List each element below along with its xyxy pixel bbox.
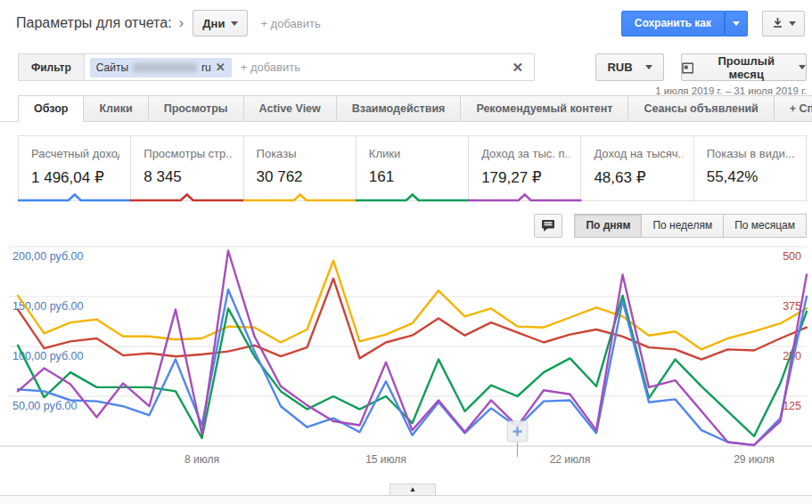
- date-range-label: Прошлый месяц: [701, 54, 791, 81]
- dimension-dropdown-label: Дни: [202, 17, 225, 30]
- currency-label: RUB: [607, 61, 632, 74]
- chevron-down-icon: [799, 65, 806, 69]
- metric-card-value: 1 496,04 ₽: [31, 168, 119, 187]
- currency-dropdown[interactable]: RUB: [595, 53, 664, 81]
- bottom-divider: [0, 495, 812, 504]
- x-axis-label: 8 июля: [185, 453, 219, 466]
- date-range-dropdown[interactable]: Прошлый месяц: [681, 53, 807, 81]
- selected-metric-underline: [468, 193, 581, 202]
- selected-metric-underline: [18, 193, 131, 202]
- filter-bar[interactable]: Фильтр Сайты ru ✕ + добавить ✕: [18, 53, 535, 81]
- dimension-dropdown[interactable]: Дни: [193, 10, 248, 37]
- report-header: Параметры для отчета: › Дни + добавить С…: [0, 0, 812, 46]
- tab-recommended-content[interactable]: Рекомендуемый контент: [460, 95, 628, 122]
- granularity-by-weeks[interactable]: По неделям: [641, 214, 724, 238]
- metric-card-value: 179,27 ₽: [481, 168, 570, 187]
- metric-card-label: Показы в види...: [707, 147, 795, 160]
- metric-card-estimated-revenue[interactable]: Расчетный доход1 496,04 ₽: [19, 136, 131, 200]
- save-as-split-button: Сохранить как: [621, 11, 748, 37]
- y-axis-right-label: 375: [783, 300, 801, 313]
- tab-views[interactable]: Просмотры: [148, 95, 244, 122]
- filter-chip-prefix: Сайты: [96, 61, 128, 74]
- metric-cards: Расчетный доход1 496,04 ₽Просмотры стр..…: [18, 135, 807, 201]
- tab-bar: ОбзорКликиПросмотрыActive ViewВзаимодейс…: [18, 95, 812, 122]
- x-axis-label: 29 июля: [734, 453, 775, 466]
- chevron-right-icon: ›: [179, 14, 185, 32]
- chevron-down-icon: [645, 65, 652, 69]
- y-axis-right-label: 500: [783, 250, 801, 263]
- tab-interactions[interactable]: Взаимодействия: [336, 95, 462, 122]
- metric-card-label: Показы: [257, 147, 345, 160]
- metric-card-label: Доход за тыс. п...: [481, 147, 570, 160]
- series-line: [18, 296, 807, 438]
- metric-card-label: Расчетный доход: [31, 147, 119, 160]
- metric-card-value: 48,63 ₽: [594, 168, 682, 187]
- chart-controls: По днямПо неделямПо месяцам: [534, 214, 807, 238]
- collapse-arrow-icon: ▲: [409, 485, 416, 493]
- download-icon: [772, 17, 783, 29]
- metric-card-value: 161: [369, 168, 457, 186]
- metric-card-value: 30 762: [257, 168, 345, 186]
- remove-chip-icon[interactable]: ✕: [216, 61, 226, 74]
- granularity-segmented-control: По днямПо неделямПо месяцам: [575, 214, 807, 238]
- chart-svg: 200,00 руб.00500150,00 руб.00375100,00 р…: [0, 240, 812, 472]
- chevron-down-icon: [231, 21, 238, 26]
- redacted-site-name: [133, 63, 197, 72]
- chevron-down-icon: [733, 21, 740, 26]
- annotations-button[interactable]: [534, 214, 562, 238]
- metric-card-label: Просмотры стр...: [144, 147, 232, 160]
- series-line: [18, 279, 807, 360]
- filter-chip-sites[interactable]: Сайты ru ✕: [90, 58, 232, 77]
- metric-card-value: 55,42%: [707, 168, 795, 186]
- save-as-button[interactable]: Сохранить как: [621, 11, 725, 37]
- page-title: Параметры для отчета:: [16, 15, 172, 31]
- tab-clicks[interactable]: Клики: [83, 95, 148, 122]
- metric-card-clicks[interactable]: Клики161: [357, 136, 469, 200]
- metric-card-viewable[interactable]: Показы в види...55,42%: [694, 136, 806, 200]
- filter-add-placeholder[interactable]: + добавить: [241, 61, 300, 74]
- chevron-down-icon: [789, 21, 796, 26]
- tab-custom[interactable]: + Специальные: [774, 95, 812, 122]
- tab-ad-sessions[interactable]: Сеансы объявлений: [627, 95, 774, 122]
- download-button[interactable]: [762, 11, 805, 37]
- x-axis-label: 15 июля: [365, 453, 406, 466]
- performance-chart[interactable]: 200,00 руб.00500150,00 руб.00375100,00 р…: [0, 240, 812, 472]
- granularity-by-days[interactable]: По дням: [574, 214, 642, 238]
- filter-chip-suffix: ru: [201, 61, 211, 74]
- y-axis-right-label: 125: [783, 400, 801, 412]
- selected-metric-underline: [356, 193, 469, 202]
- calendar-icon: [682, 61, 693, 74]
- x-axis-label: 22 июля: [550, 453, 591, 466]
- metric-card-revenue-per-1000[interactable]: Доход на тысяч...48,63 ₽: [581, 136, 693, 200]
- comment-icon: [541, 219, 555, 232]
- selected-metric-underline: [243, 193, 357, 202]
- tab-overview[interactable]: Обзор: [18, 95, 84, 122]
- y-axis-left-label: 200,00 руб.00: [12, 250, 83, 263]
- tab-active-view[interactable]: Active View: [243, 95, 337, 122]
- filter-label: Фильтр: [19, 54, 85, 80]
- metric-card-page-views[interactable]: Просмотры стр...8 345: [131, 136, 243, 200]
- clear-filter-icon[interactable]: ✕: [501, 60, 534, 76]
- save-as-menu-button[interactable]: [725, 11, 748, 37]
- selected-metric-underline: [130, 193, 243, 202]
- metric-card-value: 8 345: [144, 168, 232, 186]
- y-axis-left-label: 50,00 руб.00: [12, 400, 78, 412]
- collapse-panel-button[interactable]: ▲: [390, 484, 436, 495]
- granularity-by-months[interactable]: По месяцам: [723, 214, 807, 238]
- add-dimension-link[interactable]: + добавить: [260, 17, 320, 30]
- metric-card-rpm[interactable]: Доход за тыс. п...179,27 ₽: [469, 136, 581, 200]
- metric-card-label: Клики: [369, 147, 457, 160]
- metric-card-impressions[interactable]: Показы30 762: [244, 136, 357, 200]
- metric-card-label: Доход на тысяч...: [594, 147, 682, 160]
